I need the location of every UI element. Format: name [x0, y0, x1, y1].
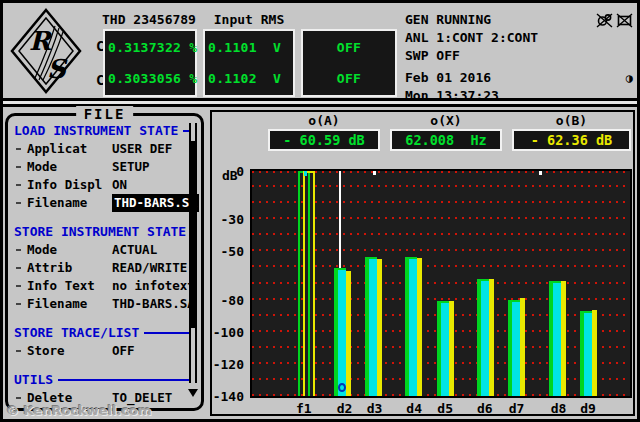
- x-tick-label-d2: d2: [337, 401, 353, 416]
- menu-item-load-mode[interactable]: ModeSETUP: [14, 158, 192, 176]
- chart-panel: o(A) o(X) o(B) - 60.59 dB 62.008 Hz - 62…: [210, 110, 635, 416]
- bullet-icon: [16, 303, 21, 305]
- menu-item-attrib[interactable]: AttribREAD/WRITE: [14, 259, 192, 277]
- selected-filename-field[interactable]: THD-BARS.SA: [112, 194, 199, 212]
- panel-title: FILE: [76, 106, 134, 122]
- bar-yellow-d3: [377, 259, 382, 396]
- cursor-a-label: o(A): [268, 113, 380, 128]
- swp-status: SWP OFF: [405, 47, 460, 65]
- chart-title: dB THD CH1, THD CH2 vs FREQUENCY/Hz: [212, 153, 633, 169]
- y-tick-label: -50: [221, 244, 244, 259]
- thd-ch1-value: 0.3137322 %: [108, 40, 192, 55]
- bar-yellow-d2: [346, 271, 351, 396]
- cursor-a-value: - 60.59 dB: [268, 129, 380, 151]
- mouse-disabled-icon: [596, 13, 613, 28]
- cursor-b-label: o(B): [512, 113, 631, 128]
- bar-yellow-d8: [561, 281, 566, 396]
- bar-cyan-d7: [512, 300, 520, 396]
- cursor-line[interactable]: [339, 171, 341, 268]
- aux-ch1-value: OFF: [306, 40, 392, 55]
- file-menu-panel: FILE LOAD INSTRUMENT STATE ApplicatUSER …: [5, 113, 204, 411]
- top-status-bar: R S CH1 CH2 THD 23456789 0.3137322 % 0.3…: [3, 3, 637, 98]
- thd-display: 0.3137322 % 0.3033056 %: [103, 29, 197, 97]
- bar-yellow-d6: [489, 279, 494, 396]
- watermark: © KenRockwell.com: [6, 403, 152, 418]
- bullet-icon: [16, 267, 21, 269]
- bar-cyan-d5: [441, 301, 449, 396]
- bar-group-d8: [549, 171, 566, 396]
- section-header-store-trace-list: STORE TRACE/LIST: [14, 324, 192, 342]
- menu-item-store-filename[interactable]: FilenameTHD-BARS.SA: [14, 295, 192, 313]
- x-tick-label-d3: d3: [367, 401, 383, 416]
- section-header-load-instrument-state: LOAD INSTRUMENT STATE: [14, 122, 192, 140]
- instrument-screen: R S CH1 CH2 THD 23456789 0.3137322 % 0.3…: [0, 0, 640, 422]
- input-rms-display: 0.1101 V 0.1102 V: [203, 29, 295, 97]
- cursor-b-value: - 62.36 dB: [512, 129, 631, 151]
- bar-group-d5: [437, 171, 454, 396]
- top-edge-tick: [373, 171, 376, 175]
- bar-cyan-d4: [409, 257, 417, 396]
- bullet-icon: [16, 148, 21, 150]
- half-filled-circle-icon: ◑: [626, 72, 633, 84]
- section-header-store-instrument-state: STORE INSTRUMENT STATE: [14, 223, 192, 241]
- bar-cyan-d2: [338, 268, 346, 396]
- bullet-icon: [16, 350, 21, 352]
- bar-group-d4: [405, 171, 422, 396]
- bullet-icon: [16, 249, 21, 251]
- date-text: Feb 01 2016: [405, 69, 491, 87]
- gen-status: GEN RUNNING: [405, 11, 491, 29]
- time-text: Mon 13:37:23: [405, 87, 499, 105]
- y-tick-label: -100: [213, 324, 244, 339]
- bar-cyan-d8: [553, 281, 561, 396]
- bar-cyan-d6: [481, 279, 489, 396]
- aux-ch2-value: OFF: [306, 71, 392, 86]
- x-tick-label-d5: d5: [437, 401, 453, 416]
- bar-yellow-d5: [449, 301, 454, 396]
- menu-item-applicat[interactable]: ApplicatUSER DEF: [14, 140, 192, 158]
- rms-ch1-value: 0.1101 V: [208, 40, 290, 55]
- file-menu-content: LOAD INSTRUMENT STATE ApplicatUSER DEF M…: [14, 122, 192, 407]
- x-tick-label-d8: d8: [551, 401, 567, 416]
- scroll-down-arrow-icon[interactable]: [188, 389, 198, 397]
- anl-status: ANL 1:CONT 2:CONT: [405, 29, 538, 47]
- bullet-icon: [16, 166, 21, 168]
- x-tick-label-d7: d7: [509, 401, 525, 416]
- rms-ch2-value: 0.1102 V: [208, 71, 290, 86]
- status-block: GEN RUNNING ANL 1:CONT 2:CONT SWP OFF: [405, 11, 633, 105]
- menu-item-info-text[interactable]: Info Textno infotext: [14, 277, 192, 295]
- y-axis-labels: 0-30-50-80-100-120-140: [212, 171, 246, 396]
- menu-item-store[interactable]: StoreOFF: [14, 342, 192, 360]
- bar-cyan-d3: [369, 257, 377, 396]
- bullet-icon: [16, 285, 21, 287]
- bar-yellow-d4: [417, 258, 422, 396]
- x-tick-label-d4: d4: [406, 401, 422, 416]
- y-tick-label: -120: [213, 356, 244, 371]
- menu-item-load-filename[interactable]: FilenameTHD-BARS.SA: [14, 194, 192, 212]
- scrollbar-track[interactable]: [189, 123, 197, 383]
- x-tick-label-d9: d9: [580, 401, 596, 416]
- rs-logo-icon: R S: [9, 8, 83, 94]
- x-tick-label-f1: f1: [296, 401, 312, 416]
- main-area: FILE LOAD INSTRUMENT STATE ApplicatUSER …: [3, 107, 637, 419]
- bar-group-d7: [508, 171, 525, 396]
- menu-item-store-mode[interactable]: ModeACTUAL: [14, 241, 192, 259]
- cursor-x-label: o(X): [390, 113, 502, 128]
- cursor-circle-marker: [338, 383, 346, 392]
- bullet-icon: [16, 184, 21, 186]
- bullet-icon: [16, 397, 21, 399]
- x-tick-label-d6: d6: [477, 401, 493, 416]
- scrollbar-thumb[interactable]: [191, 141, 195, 328]
- thd-ch2-value: 0.3033056 %: [108, 71, 192, 86]
- bar-cyan-d9: [584, 311, 592, 397]
- top-edge-tick: [539, 171, 542, 175]
- menu-item-info-displ[interactable]: Info DisplON: [14, 176, 192, 194]
- y-tick-label: -80: [221, 292, 244, 307]
- y-tick-label: -140: [213, 389, 244, 404]
- keyboard-disabled-icon: [616, 13, 633, 28]
- scrollbar[interactable]: [189, 123, 197, 397]
- svg-text:R: R: [29, 26, 52, 56]
- bar-yellow-d9: [592, 310, 597, 396]
- bar-group-d9: [580, 171, 597, 396]
- thd-header: THD 23456789: [99, 12, 199, 27]
- cursor-x-value: 62.008 Hz: [390, 129, 502, 151]
